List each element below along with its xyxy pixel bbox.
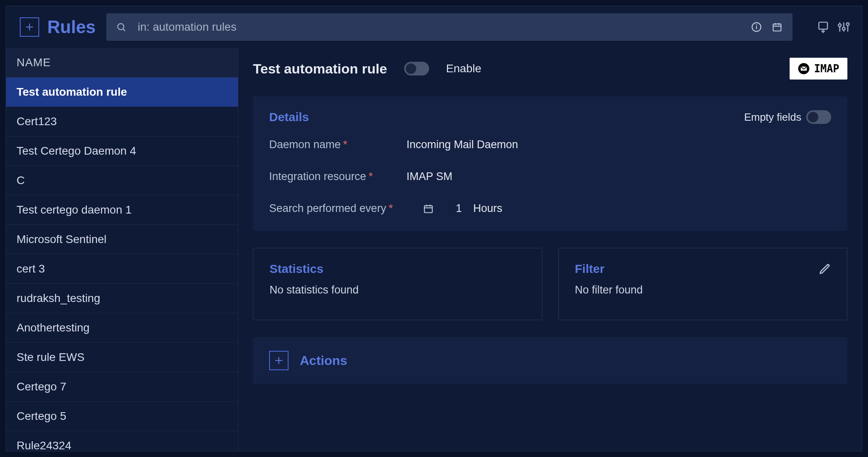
empty-fields-toggle[interactable] (806, 110, 831, 124)
rule-item[interactable]: Rule24324 (6, 431, 238, 457)
integration-badge-label: IMAP (814, 63, 839, 75)
rule-title: Test automation rule (253, 61, 387, 77)
rule-item[interactable]: Ste rule EWS (6, 343, 238, 372)
integration-resource-label: Integration resource* (269, 170, 390, 183)
rule-item[interactable]: C (6, 166, 238, 195)
search-icon (116, 22, 126, 32)
top-bar: Rules (6, 6, 862, 48)
empty-fields-label: Empty fields (744, 111, 801, 124)
download-icon[interactable] (817, 20, 830, 34)
svg-point-6 (756, 24, 757, 25)
filter-card: Filter No filter found (558, 248, 848, 320)
calendar-icon (423, 203, 434, 214)
svg-point-16 (843, 27, 845, 30)
search-frequency-number: 1 (456, 202, 462, 215)
daemon-name-value: Incoming Mail Daemon (407, 138, 518, 151)
statistics-empty-text: No statistics found (270, 284, 526, 296)
rule-item[interactable]: Test automation rule (6, 78, 238, 107)
search-frequency-label: Search performed every* (269, 202, 407, 215)
svg-rect-7 (773, 24, 781, 31)
details-panel: Details Empty fields Daemon name* Incomi… (253, 96, 847, 231)
search-frequency-unit: Hours (473, 202, 502, 215)
rule-item[interactable]: Test certego daemon 1 (6, 195, 238, 225)
mail-icon (798, 63, 810, 75)
svg-line-3 (123, 29, 125, 31)
rule-item[interactable]: Anothertesting (6, 313, 238, 343)
filter-title: Filter (575, 262, 605, 276)
rule-item[interactable]: cert 3 (6, 254, 238, 284)
edit-filter-button[interactable] (819, 263, 831, 275)
add-rule-button[interactable] (20, 17, 39, 37)
page-title: Rules (47, 17, 96, 37)
rule-item[interactable]: Certego 7 (6, 372, 238, 402)
svg-point-14 (839, 24, 841, 27)
daemon-name-label: Daemon name* (269, 138, 390, 151)
filter-empty-text: No filter found (575, 284, 831, 296)
enable-label: Enable (446, 62, 481, 75)
rule-item[interactable]: Microsoft Sentinel (6, 225, 238, 254)
svg-rect-11 (819, 22, 827, 29)
actions-panel: Actions (253, 337, 847, 384)
statistics-card: Statistics No statistics found (253, 248, 542, 320)
search-input[interactable] (138, 21, 740, 34)
integration-badge: IMAP (790, 58, 847, 80)
settings-sliders-icon[interactable] (837, 20, 851, 34)
rule-item[interactable]: Test Certego Daemon 4 (6, 136, 238, 166)
rule-item[interactable]: rudraksh_testing (6, 284, 238, 313)
rules-sidebar: NAME Test automation rule Cert123 Test C… (6, 48, 238, 451)
plus-icon (24, 22, 35, 32)
rule-detail-pane: Test automation rule Enable IMAP (238, 48, 862, 451)
info-icon[interactable] (751, 22, 762, 32)
plus-icon (274, 355, 284, 366)
search-bar[interactable] (106, 13, 792, 41)
rule-item[interactable]: Cert123 (6, 107, 238, 136)
svg-rect-21 (424, 205, 432, 212)
actions-title: Actions (300, 353, 347, 368)
sidebar-column-header[interactable]: NAME (6, 48, 238, 78)
svg-point-2 (118, 23, 124, 29)
integration-resource-value: IMAP SM (407, 170, 453, 183)
enable-toggle[interactable] (404, 62, 429, 75)
details-title: Details (269, 110, 309, 124)
svg-point-18 (847, 23, 849, 26)
statistics-title: Statistics (270, 262, 323, 276)
rule-item[interactable]: Certego 5 (6, 402, 238, 431)
add-action-button[interactable] (269, 351, 289, 370)
calendar-icon[interactable] (771, 22, 783, 32)
